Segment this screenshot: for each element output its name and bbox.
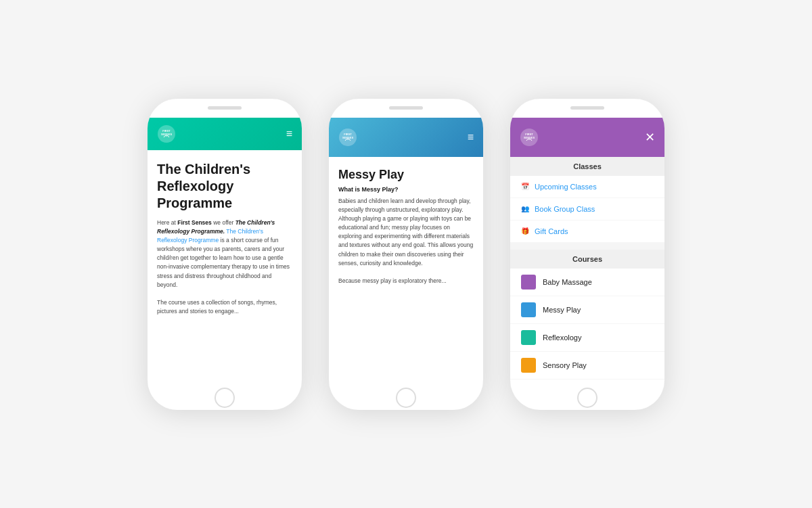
phone-1-header: FIRST SENSES ≡ xyxy=(148,118,302,150)
phone-3-logo: FIRST SENSES xyxy=(520,128,539,147)
phone-2-page-title: Messy Play xyxy=(338,168,474,182)
brand-name-1: First Senses xyxy=(177,219,212,226)
phone-3-menu: Classes 📅 Upcoming Classes 👥 Book Group … xyxy=(510,157,664,386)
phone-3-header: FIRST SENSES ✕ xyxy=(510,118,664,157)
menu-item-book-group[interactable]: 👥 Book Group Class xyxy=(510,198,664,221)
phone-2-section-label: What is Messy Play? xyxy=(338,186,474,193)
phone-2-para1: Babies and children learn and develop th… xyxy=(338,197,474,268)
menu-divider xyxy=(510,243,664,250)
close-icon[interactable]: ✕ xyxy=(645,130,655,145)
phone-2-screen: FIRST SENSES ≡ Messy Play What is Messy … xyxy=(329,118,483,386)
upcoming-classes-label: Upcoming Classes xyxy=(535,183,597,191)
classes-section-header: Classes xyxy=(510,157,664,176)
phone-3: FIRST SENSES ✕ Classes 📅 Upcoming Classe… xyxy=(510,99,664,410)
phone-2-home-button[interactable] xyxy=(396,388,416,408)
course-item-sensory-play[interactable]: Sensory Play xyxy=(510,352,664,379)
phone-1-body: Here at First Senses we offer The Childr… xyxy=(157,218,292,317)
course-item-reflexology[interactable]: Reflexology xyxy=(510,324,664,352)
calendar-icon: 📅 xyxy=(521,183,529,190)
phone-3-bottom-bar xyxy=(510,386,664,410)
phone-1-main-title: The Children's Reflexology Programme xyxy=(157,161,292,212)
reflexology-label: Reflexology xyxy=(543,333,581,342)
phone-2-para2: Because messy play is exploratory there.… xyxy=(338,277,474,285)
messy-play-label: Messy Play xyxy=(543,306,581,314)
phone-3-top-bar xyxy=(510,99,664,118)
phone-2-header: FIRST SENSES ≡ xyxy=(329,118,483,157)
group-icon: 👥 xyxy=(521,205,529,212)
hamburger-icon-2[interactable]: ≡ xyxy=(468,132,474,143)
phone-2-logo: FIRST SENSES xyxy=(338,128,357,147)
baby-massage-icon xyxy=(521,275,536,290)
phone-2: FIRST SENSES ≡ Messy Play What is Messy … xyxy=(329,99,483,410)
book-group-label: Book Group Class xyxy=(535,205,595,213)
phone-1-top-bar xyxy=(148,99,302,118)
phone-3-speaker xyxy=(570,106,604,110)
phone-3-screen: FIRST SENSES ✕ Classes 📅 Upcoming Classe… xyxy=(510,118,664,386)
course-item-messy-play[interactable]: Messy Play xyxy=(510,296,664,324)
phone-1-content: The Children's Reflexology Programme Her… xyxy=(148,150,302,386)
screenshot-scene: FIRST SENSES ≡ The Children's Reflexolog… xyxy=(148,99,664,410)
phone-2-bottom-bar xyxy=(329,386,483,410)
phone-1-home-button[interactable] xyxy=(215,388,235,408)
phone-1: FIRST SENSES ≡ The Children's Reflexolog… xyxy=(148,99,302,410)
phone-1-bottom-bar xyxy=(148,386,302,410)
phone-1-screen: FIRST SENSES ≡ The Children's Reflexolog… xyxy=(148,118,302,386)
logo-icon-2: FIRST SENSES xyxy=(338,128,357,147)
courses-section-header: Courses xyxy=(510,250,664,269)
menu-item-upcoming-classes[interactable]: 📅 Upcoming Classes xyxy=(510,176,664,198)
messy-play-icon xyxy=(521,302,536,317)
gift-icon: 🎁 xyxy=(521,227,529,235)
phone-1-para2: The course uses a collection of songs, r… xyxy=(157,298,292,316)
course-item-baby-massage[interactable]: Baby Massage xyxy=(510,269,664,296)
menu-item-gift-cards[interactable]: 🎁 Gift Cards xyxy=(510,221,664,243)
logo-icon-3: FIRST SENSES xyxy=(520,128,539,147)
baby-massage-label: Baby Massage xyxy=(543,278,592,286)
sensory-play-icon xyxy=(521,358,536,373)
phone-2-content: Messy Play What is Messy Play? Babies an… xyxy=(329,157,483,386)
hamburger-icon-1[interactable]: ≡ xyxy=(286,129,292,139)
gift-cards-label: Gift Cards xyxy=(535,227,568,235)
phone-2-top-bar xyxy=(329,99,483,118)
sensory-play-label: Sensory Play xyxy=(543,361,587,369)
phone-2-speaker xyxy=(389,106,423,110)
phone-2-body: Babies and children learn and develop th… xyxy=(338,197,474,286)
phone-3-home-button[interactable] xyxy=(577,388,597,408)
phone-1-speaker xyxy=(208,106,242,110)
logo-icon-1: FIRST SENSES xyxy=(157,124,176,143)
reflexology-icon xyxy=(521,330,536,345)
phone-1-logo: FIRST SENSES xyxy=(157,124,176,143)
